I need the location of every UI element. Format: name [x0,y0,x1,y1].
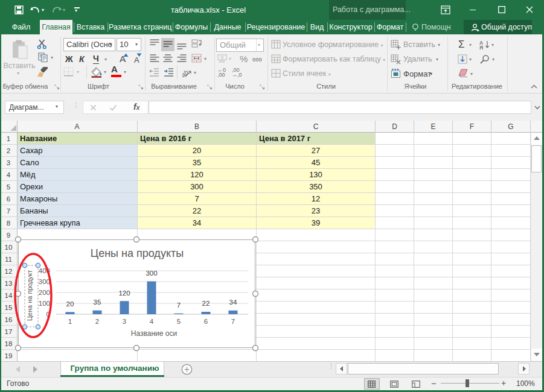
svg-text:2: 2 [95,318,99,325]
svg-text:0: 0 [46,311,50,318]
svg-text:7: 7 [231,318,235,325]
svg-text:34: 34 [229,299,237,306]
svg-text:200: 200 [39,289,50,296]
svg-text:120: 120 [118,289,130,297]
svg-text:5: 5 [177,318,181,325]
svg-text:7: 7 [177,302,181,309]
svg-text:3: 3 [123,318,126,325]
svg-text:20: 20 [66,300,74,308]
svg-text:300: 300 [146,270,157,277]
svg-text:Цены на продукты: Цены на продукты [91,247,184,259]
svg-text:35: 35 [94,299,101,306]
svg-text:400: 400 [39,267,50,274]
svg-text:300: 300 [39,278,50,285]
svg-text:Цена на продукт: Цена на продукт [26,270,33,321]
svg-text:Название оси: Название оси [131,329,177,338]
svg-text:4: 4 [150,318,154,325]
svg-text:6: 6 [204,318,208,325]
svg-text:1: 1 [68,318,72,325]
svg-text:Я: Я [479,45,483,50]
svg-text:22: 22 [202,300,210,307]
svg-text:100: 100 [39,300,50,307]
